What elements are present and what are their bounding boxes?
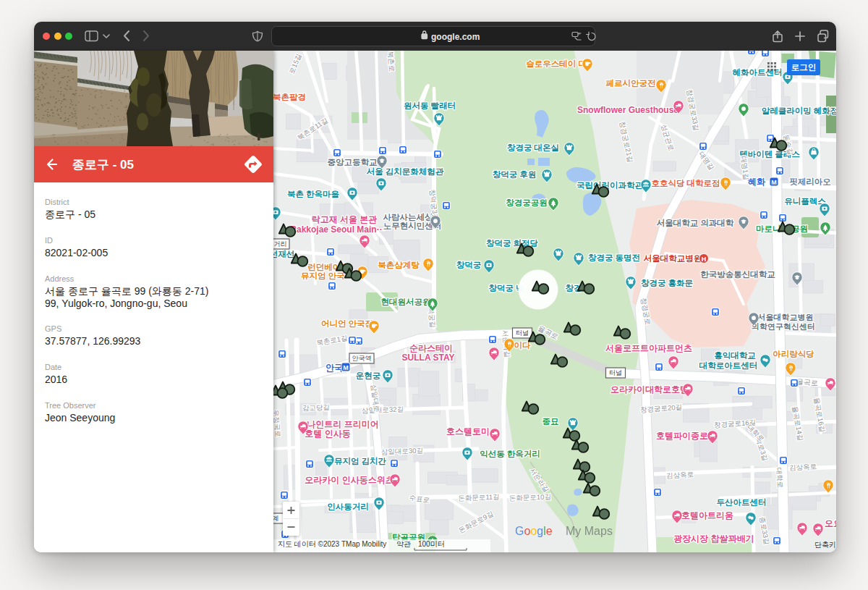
svg-text:호텔아트리움: 호텔아트리움: [681, 510, 733, 521]
svg-text:약관: 약관: [396, 540, 411, 548]
svg-text:현대원서공원: 현대원서공원: [381, 298, 431, 306]
svg-text:원서동 빨래터: 원서동 빨래터: [404, 101, 456, 110]
svg-text:창경궁 대온실: 창경궁 대온실: [507, 143, 559, 152]
svg-text:율곡로: 율곡로: [796, 378, 819, 387]
svg-text:호텔 인사동: 호텔 인사동: [305, 429, 350, 439]
svg-text:터널: 터널: [516, 329, 529, 337]
svg-text:광장시장 찹쌀꽈배기: 광장시장 찹쌀꽈배기: [673, 534, 754, 544]
svg-text:김상옥로: 김상옥로: [789, 462, 817, 471]
svg-text:선재선: 선재선: [273, 250, 294, 258]
svg-text:Rakkojae Seoul Main···: Rakkojae Seoul Main···: [290, 224, 385, 235]
svg-text:호텔파이종로: 호텔파이종로: [656, 431, 708, 441]
svg-text:북촌삼계탕: 북촌삼계탕: [378, 261, 420, 269]
svg-text:종묘: 종묘: [542, 417, 559, 426]
svg-text:삼일대로30길: 삼일대로30길: [381, 446, 423, 455]
svg-text:알레클라이밍 혜화점: 알레클라이밍 혜화점: [762, 106, 836, 115]
svg-text:슬로우스테이 다: 슬로우스테이 다: [526, 59, 587, 68]
svg-text:안국: 안국: [326, 363, 343, 373]
svg-text:감고당길: 감고당길: [302, 403, 330, 412]
svg-text:나인트리 프리미어: 나인트리 프리미어: [307, 419, 378, 429]
svg-text:우정국로: 우정국로: [273, 410, 282, 438]
svg-text:유니플렉스: 유니플렉스: [784, 197, 826, 206]
svg-text:한국방송통신대학교: 한국방송통신대학교: [700, 270, 775, 279]
svg-text:서울로프트아파트먼츠: 서울로프트아파트먼츠: [605, 343, 692, 353]
svg-text:서울대학교 의과대학: 서울대학교 의과대학: [657, 219, 734, 227]
svg-text:창덕궁 후원: 창덕궁 후원: [493, 170, 537, 179]
svg-text:의학연구혁신센터: 의학연구혁신센터: [752, 322, 815, 331]
svg-text:홍익대학교: 홍익대학교: [714, 351, 756, 360]
svg-text:계: 계: [273, 515, 279, 522]
svg-text:삼일대로32길: 삼일대로32길: [362, 405, 404, 414]
svg-text:터널: 터널: [609, 369, 622, 376]
svg-text:지도 데이터 ©2023 TMap Mobility: 지도 데이터 ©2023 TMap Mobility: [278, 540, 386, 548]
svg-text:google.com: google.com: [431, 32, 480, 42]
svg-text:서울대학교병원: 서울대학교병원: [758, 313, 814, 321]
svg-text:중앙고등학교: 중앙고등학교: [328, 158, 378, 167]
svg-text:창경궁 동명전: 창경궁 동명전: [588, 253, 640, 262]
svg-text:인사동거리: 인사동거리: [327, 502, 369, 511]
svg-text:My Maps: My Maps: [566, 525, 613, 537]
svg-text:Snowflower Guesthouse: Snowflower Guesthouse: [577, 105, 678, 115]
svg-text:오요: 오요: [825, 518, 836, 528]
svg-text:사거리: 사거리: [273, 240, 287, 248]
svg-text:호스텔토미: 호스텔토미: [446, 426, 490, 437]
svg-text:이다: 이다: [514, 341, 532, 350]
svg-text:돈화문로11길: 돈화문로11길: [458, 492, 500, 502]
svg-text:사람사는세상: 사람사는세상: [383, 213, 434, 222]
svg-text:단축키: 단축키: [814, 541, 836, 549]
svg-text:안국역: 안국역: [352, 355, 372, 362]
svg-text:운현궁: 운현궁: [356, 371, 381, 380]
svg-text:두산아트센터: 두산아트센터: [717, 498, 767, 507]
svg-text:서울대학교병원: 서울대학교병원: [644, 254, 702, 263]
svg-text:종로구 - 05: 종로구 - 05: [72, 158, 134, 172]
svg-text:페르시안궁전: 페르시안궁전: [606, 79, 656, 88]
svg-text:오라카이 인사동스위츠: 오라카이 인사동스위츠: [305, 475, 393, 485]
svg-text:순라스테이: 순라스테이: [409, 343, 453, 353]
svg-text:익선동 한옥거리: 익선동 한옥거리: [480, 450, 540, 458]
svg-text:오라카이대학로호텔: 오라카이대학로호텔: [610, 384, 689, 395]
svg-text:북촌 한옥마을: 북촌 한옥마을: [287, 190, 339, 198]
svg-text:돈화문로10길: 돈화문로10길: [509, 492, 551, 502]
svg-text:서울 김치문화체험관: 서울 김치문화체험관: [367, 167, 444, 176]
svg-text:Google: Google: [515, 525, 553, 537]
svg-text:SULLA STAY: SULLA STAY: [402, 353, 455, 363]
svg-text:창덕궁: 창덕궁: [456, 261, 482, 269]
svg-text:로그인: 로그인: [791, 63, 817, 72]
svg-text:호호식당 대학로점: 호호식당 대학로점: [651, 179, 720, 187]
svg-text:뮤지엄 김치간: 뮤지엄 김치간: [334, 457, 387, 465]
svg-text:북촌팔경: 북촌팔경: [273, 93, 306, 101]
svg-text:대학로아트센터: 대학로아트센터: [699, 361, 758, 370]
svg-text:국립어린이과학관: 국립어린이과학관: [576, 181, 644, 190]
svg-text:창경궁 홍화문: 창경궁 홍화문: [641, 279, 693, 287]
svg-text:아리랑식당: 아리랑식당: [773, 350, 814, 358]
svg-text:김상옥로: 김상옥로: [666, 470, 694, 479]
svg-text:어니언 안국점: 어니언 안국점: [321, 319, 373, 328]
svg-text:핏제리아오: 핏제리아오: [789, 177, 831, 186]
svg-text:창경궁공원: 창경궁공원: [506, 198, 548, 207]
svg-text:락고재 서울 본관: 락고재 서울 본관: [312, 214, 378, 224]
svg-text:H: H: [702, 256, 707, 263]
svg-text:100미터: 100미터: [418, 540, 445, 548]
